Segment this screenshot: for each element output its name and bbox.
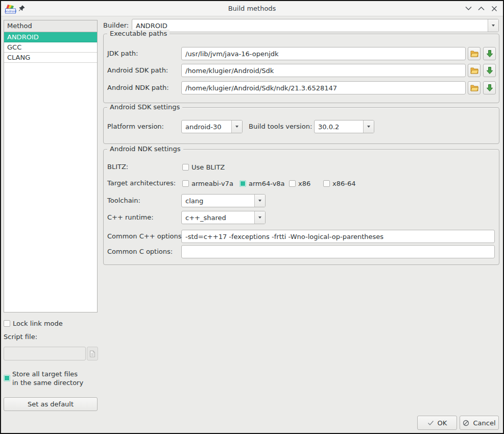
method-list: Method ANDROID GCC CLANG (4, 20, 98, 312)
cpp-options-label: Common C++ options: (107, 230, 184, 243)
chevron-down-icon[interactable] (254, 195, 265, 207)
arch-armeabi-checkbox[interactable]: armeabi-v7a (182, 177, 233, 190)
close-icon[interactable] (488, 1, 500, 16)
arch-x86-checkbox[interactable]: x86 (289, 177, 310, 190)
checkbox-box[interactable] (4, 320, 10, 327)
set-as-default-label: Set as default (28, 400, 74, 408)
ndk-path-label: Android NDK path: (107, 81, 169, 94)
script-file-label: Script file: (4, 330, 37, 344)
cpp-runtime-combobox[interactable]: c++_shared (181, 211, 266, 224)
folder-icon (470, 67, 478, 74)
build-tools-combobox[interactable]: 30.0.2 (314, 120, 374, 133)
window-title: Build methods (1, 1, 503, 16)
set-as-default-button[interactable]: Set as default (4, 397, 98, 411)
method-item-clang[interactable]: CLANG (4, 53, 97, 63)
store-target-files-line2: in the same directory (12, 378, 83, 387)
arch-armeabi-label: armeabi-v7a (191, 180, 233, 187)
platform-version-label: Platform version: (107, 120, 164, 133)
arch-arm64-checkbox[interactable]: arm64-v8a (239, 177, 285, 190)
ndk-browse-button[interactable] (468, 81, 481, 94)
chevron-down-icon[interactable] (488, 19, 498, 32)
jdk-apply-button[interactable] (483, 47, 496, 60)
store-target-files-label: Store all target files in the same direc… (12, 370, 83, 387)
cancel-icon (463, 420, 469, 426)
c-options-input[interactable] (181, 245, 495, 258)
chevron-down-icon[interactable] (231, 120, 242, 133)
down-arrow-icon (486, 50, 493, 58)
jdk-browse-button[interactable] (468, 47, 481, 60)
checkbox-box[interactable] (182, 164, 189, 171)
store-target-files-checkbox[interactable] (4, 375, 10, 381)
c-options-label: Common C options: (107, 245, 173, 258)
checkbox-box[interactable] (239, 180, 246, 187)
checkbox-box[interactable] (182, 180, 189, 187)
lock-link-mode-label: Lock link mode (13, 320, 63, 327)
ok-label: OK (438, 419, 447, 427)
ok-button[interactable]: OK (417, 416, 457, 430)
method-item-gcc[interactable]: GCC (4, 42, 97, 53)
cpp-runtime-value: c++_shared (182, 211, 254, 224)
executable-paths-title: Executable paths (107, 30, 170, 38)
sdk-settings-title: Android SDK settings (107, 103, 182, 111)
builder-combobox[interactable]: ANDROID (132, 19, 499, 32)
cancel-label: Cancel (473, 419, 495, 427)
use-blitz-checkbox[interactable]: Use BLITZ (182, 160, 225, 174)
arch-x86-64-label: x86-64 (332, 180, 355, 187)
platform-version-combobox[interactable]: android-30 (181, 120, 243, 133)
method-item-android[interactable]: ANDROID (4, 32, 97, 42)
build-tools-label: Build tools version: (249, 120, 312, 133)
jdk-path-label: JDK path: (107, 47, 138, 60)
build-tools-value: 30.0.2 (315, 120, 363, 133)
lock-link-mode-checkbox[interactable]: Lock link mode (4, 317, 63, 330)
store-target-files-line1: Store all target files (12, 370, 83, 378)
chevron-down-icon[interactable] (363, 120, 374, 133)
sdk-path-input[interactable] (181, 64, 466, 77)
sdk-browse-button[interactable] (468, 64, 481, 77)
arch-x86-64-checkbox[interactable]: x86-64 (323, 177, 355, 190)
cancel-button[interactable]: Cancel (460, 416, 499, 430)
sdk-path-label: Android SDK path: (107, 64, 168, 77)
check-icon (427, 420, 434, 426)
cpp-options-input[interactable] (181, 230, 495, 243)
blitz-label: BLITZ: (107, 160, 128, 174)
down-arrow-icon (486, 84, 493, 92)
target-arch-label: Target architectures: (107, 177, 176, 190)
unshade-icon[interactable] (475, 1, 487, 16)
down-arrow-icon (486, 66, 493, 75)
use-blitz-label: Use BLITZ (191, 163, 225, 171)
toolchain-value: clang (182, 195, 254, 207)
ndk-settings-title: Android NDK settings (107, 145, 183, 153)
cpp-runtime-label: C++ runtime: (107, 211, 154, 224)
toolchain-combobox[interactable]: clang (181, 194, 266, 207)
jdk-path-input[interactable] (181, 47, 466, 60)
arch-x86-label: x86 (298, 180, 310, 187)
titlebar: Android Build methods (1, 1, 503, 16)
ndk-apply-button[interactable] (483, 81, 496, 94)
checkbox-box[interactable] (323, 180, 330, 187)
toolchain-label: Toolchain: (107, 194, 140, 207)
builder-value: ANDROID (132, 19, 488, 32)
arch-arm64-label: arm64-v8a (249, 180, 285, 187)
method-list-header[interactable]: Method (4, 20, 97, 32)
platform-version-value: android-30 (182, 120, 231, 133)
folder-icon (470, 50, 478, 57)
script-file-input[interactable] (4, 347, 86, 360)
checkbox-box[interactable] (289, 180, 296, 187)
folder-icon (470, 84, 478, 91)
script-browse-button[interactable] (87, 347, 98, 360)
build-methods-dialog: Android Build methods Method ANDROID GCC… (0, 0, 504, 434)
sdk-apply-button[interactable] (483, 64, 496, 77)
chevron-down-icon[interactable] (254, 211, 265, 224)
ndk-path-input[interactable] (181, 81, 466, 94)
document-icon (89, 350, 95, 357)
shade-icon[interactable] (462, 1, 474, 16)
